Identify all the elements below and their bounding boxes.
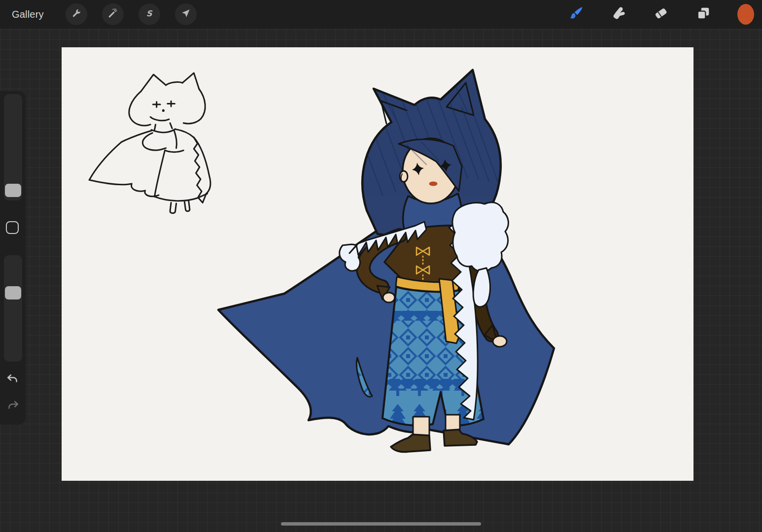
toolbar-right-group [568,6,762,23]
redo-arrow-icon [6,399,20,414]
gallery-button[interactable]: Gallery [12,9,44,20]
adjustments-button[interactable] [102,3,124,25]
toolbar-left-group: Gallery [0,3,197,25]
character-mouth [429,182,438,186]
drawing-canvas[interactable] [62,47,693,481]
erase-tool-button[interactable] [653,6,669,23]
undo-arrow-icon [6,372,20,388]
smudge-icon [611,6,626,23]
color-button[interactable] [737,6,754,23]
sketch-figure [89,73,210,213]
current-color-swatch [737,4,754,25]
transform-button[interactable] [175,3,197,25]
eraser-icon [654,6,668,23]
top-toolbar: Gallery [0,0,762,29]
left-boot [391,434,430,452]
artwork [62,47,693,481]
brush-size-slider[interactable] [4,94,22,200]
opacity-slider[interactable] [4,255,22,362]
svg-text:S: S [146,8,153,18]
home-indicator[interactable] [281,522,481,526]
brush-size-handle[interactable] [5,184,21,197]
modify-button[interactable] [6,221,19,234]
redo-button[interactable] [2,397,23,416]
paint-tool-button[interactable] [568,6,585,23]
layers-button[interactable] [695,6,712,23]
transform-arrow-icon [180,8,191,21]
character-figure [218,70,554,452]
layers-icon [696,6,711,23]
actions-button[interactable] [66,3,87,25]
brush-sidebar [0,91,26,425]
undo-button[interactable] [2,370,23,390]
magic-wand-icon [107,8,118,21]
wrench-icon [70,8,82,21]
smudge-tool-button[interactable] [610,6,627,23]
opacity-handle[interactable] [5,286,21,299]
selection-s-icon: S [143,8,155,21]
paintbrush-icon [569,6,584,23]
selection-button[interactable]: S [139,3,160,25]
